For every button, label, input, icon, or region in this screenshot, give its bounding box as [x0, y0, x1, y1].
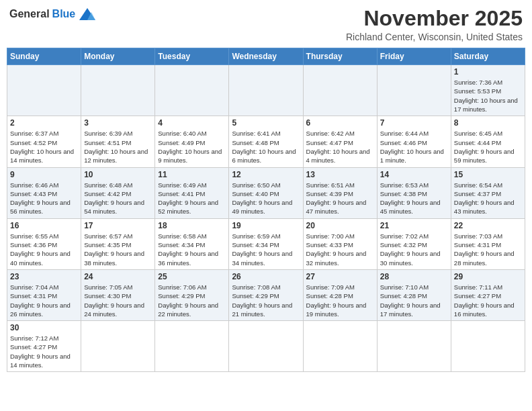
- day-info: Sunrise: 6:58 AM Sunset: 4:34 PM Dayligh…: [158, 232, 226, 267]
- day-info: Sunrise: 7:10 AM Sunset: 4:28 PM Dayligh…: [380, 283, 448, 318]
- calendar-cell: [229, 321, 303, 372]
- calendar-cell: [451, 321, 525, 372]
- day-info: Sunrise: 7:12 AM Sunset: 4:27 PM Dayligh…: [10, 334, 78, 369]
- day-number: 25: [158, 272, 226, 281]
- calendar-cell: 28Sunrise: 7:10 AM Sunset: 4:28 PM Dayli…: [377, 269, 451, 320]
- day-info: Sunrise: 6:50 AM Sunset: 4:40 PM Dayligh…: [232, 181, 300, 216]
- day-number: 23: [10, 272, 78, 281]
- day-number: 2: [10, 118, 78, 128]
- calendar-cell: 3Sunrise: 6:39 AM Sunset: 4:51 PM Daylig…: [81, 116, 155, 167]
- calendar-week-row: 2Sunrise: 6:37 AM Sunset: 4:52 PM Daylig…: [7, 116, 525, 167]
- day-info: Sunrise: 6:40 AM Sunset: 4:49 PM Dayligh…: [158, 129, 226, 165]
- day-number: 3: [84, 118, 152, 128]
- calendar-cell: 25Sunrise: 7:06 AM Sunset: 4:29 PM Dayli…: [155, 269, 229, 320]
- title-area: November 2025 Richland Center, Wisconsin…: [346, 7, 523, 42]
- day-info: Sunrise: 6:59 AM Sunset: 4:34 PM Dayligh…: [232, 232, 300, 267]
- calendar-cell: 12Sunrise: 6:50 AM Sunset: 4:40 PM Dayli…: [229, 167, 303, 218]
- calendar-week-row: 23Sunrise: 7:04 AM Sunset: 4:31 PM Dayli…: [7, 269, 525, 320]
- day-info: Sunrise: 7:06 AM Sunset: 4:29 PM Dayligh…: [158, 283, 226, 318]
- calendar-cell: [303, 321, 377, 372]
- day-number: 16: [10, 221, 78, 230]
- calendar-cell: 1Sunrise: 7:36 AM Sunset: 5:53 PM Daylig…: [451, 65, 525, 116]
- day-number: 5: [232, 118, 300, 128]
- day-number: 21: [380, 221, 448, 230]
- weekday-header: Sunday: [7, 48, 81, 65]
- calendar-cell: 15Sunrise: 6:54 AM Sunset: 4:37 PM Dayli…: [451, 167, 525, 218]
- calendar-cell: 27Sunrise: 7:09 AM Sunset: 4:28 PM Dayli…: [303, 269, 377, 320]
- logo-icon: [78, 7, 97, 21]
- day-number: 27: [306, 272, 374, 281]
- calendar-cell: [377, 321, 451, 372]
- day-number: 28: [380, 272, 448, 281]
- calendar-cell: 22Sunrise: 7:03 AM Sunset: 4:31 PM Dayli…: [451, 218, 525, 269]
- weekday-header: Monday: [81, 48, 155, 65]
- location-subtitle: Richland Center, Wisconsin, United State…: [346, 32, 523, 42]
- day-info: Sunrise: 6:44 AM Sunset: 4:46 PM Dayligh…: [380, 129, 448, 165]
- day-info: Sunrise: 6:46 AM Sunset: 4:43 PM Dayligh…: [10, 181, 78, 216]
- day-number: 14: [380, 170, 448, 179]
- calendar-cell: 18Sunrise: 6:58 AM Sunset: 4:34 PM Dayli…: [155, 218, 229, 269]
- weekday-header-row: SundayMondayTuesdayWednesdayThursdayFrid…: [7, 48, 525, 65]
- calendar-cell: [155, 321, 229, 372]
- calendar-week-row: 16Sunrise: 6:55 AM Sunset: 4:36 PM Dayli…: [7, 218, 525, 269]
- day-info: Sunrise: 7:08 AM Sunset: 4:29 PM Dayligh…: [232, 283, 300, 318]
- calendar-cell: 8Sunrise: 6:45 AM Sunset: 4:44 PM Daylig…: [451, 116, 525, 167]
- calendar-cell: 4Sunrise: 6:40 AM Sunset: 4:49 PM Daylig…: [155, 116, 229, 167]
- day-number: 10: [84, 170, 152, 179]
- calendar-cell: 7Sunrise: 6:44 AM Sunset: 4:46 PM Daylig…: [377, 116, 451, 167]
- calendar-cell: 10Sunrise: 6:48 AM Sunset: 4:42 PM Dayli…: [81, 167, 155, 218]
- calendar-week-row: 9Sunrise: 6:46 AM Sunset: 4:43 PM Daylig…: [7, 167, 525, 218]
- weekday-header: Thursday: [303, 48, 377, 65]
- day-info: Sunrise: 6:49 AM Sunset: 4:41 PM Dayligh…: [158, 181, 226, 216]
- calendar-cell: [377, 65, 451, 116]
- day-number: 26: [232, 272, 300, 281]
- day-info: Sunrise: 7:04 AM Sunset: 4:31 PM Dayligh…: [10, 283, 78, 318]
- calendar-cell: 9Sunrise: 6:46 AM Sunset: 4:43 PM Daylig…: [7, 167, 81, 218]
- day-info: Sunrise: 7:05 AM Sunset: 4:30 PM Dayligh…: [84, 283, 152, 318]
- weekday-header: Friday: [377, 48, 451, 65]
- calendar-cell: [303, 65, 377, 116]
- day-number: 12: [232, 170, 300, 179]
- day-number: 11: [158, 170, 226, 179]
- day-number: 1: [454, 67, 522, 77]
- calendar-cell: 11Sunrise: 6:49 AM Sunset: 4:41 PM Dayli…: [155, 167, 229, 218]
- weekday-header: Saturday: [451, 48, 525, 65]
- calendar-cell: 2Sunrise: 6:37 AM Sunset: 4:52 PM Daylig…: [7, 116, 81, 167]
- day-info: Sunrise: 6:55 AM Sunset: 4:36 PM Dayligh…: [10, 232, 78, 267]
- day-info: Sunrise: 7:03 AM Sunset: 4:31 PM Dayligh…: [454, 232, 522, 267]
- day-info: Sunrise: 7:00 AM Sunset: 4:33 PM Dayligh…: [306, 232, 374, 267]
- weekday-header: Tuesday: [155, 48, 229, 65]
- day-info: Sunrise: 7:09 AM Sunset: 4:28 PM Dayligh…: [306, 283, 374, 318]
- day-info: Sunrise: 6:39 AM Sunset: 4:51 PM Dayligh…: [84, 129, 152, 165]
- calendar-cell: 20Sunrise: 7:00 AM Sunset: 4:33 PM Dayli…: [303, 218, 377, 269]
- calendar-week-row: 30Sunrise: 7:12 AM Sunset: 4:27 PM Dayli…: [7, 321, 525, 372]
- calendar-cell: [7, 65, 81, 116]
- calendar-cell: 13Sunrise: 6:51 AM Sunset: 4:39 PM Dayli…: [303, 167, 377, 218]
- day-info: Sunrise: 6:57 AM Sunset: 4:35 PM Dayligh…: [84, 232, 152, 267]
- calendar-cell: 6Sunrise: 6:42 AM Sunset: 4:47 PM Daylig…: [303, 116, 377, 167]
- day-number: 15: [454, 170, 522, 179]
- day-info: Sunrise: 7:02 AM Sunset: 4:32 PM Dayligh…: [380, 232, 448, 267]
- day-info: Sunrise: 6:41 AM Sunset: 4:48 PM Dayligh…: [232, 129, 300, 165]
- day-number: 7: [380, 118, 448, 128]
- day-number: 24: [84, 272, 152, 281]
- day-number: 18: [158, 221, 226, 230]
- calendar-cell: 17Sunrise: 6:57 AM Sunset: 4:35 PM Dayli…: [81, 218, 155, 269]
- calendar-cell: 30Sunrise: 7:12 AM Sunset: 4:27 PM Dayli…: [7, 321, 81, 372]
- day-number: 30: [10, 323, 78, 332]
- day-number: 19: [232, 221, 300, 230]
- day-info: Sunrise: 6:42 AM Sunset: 4:47 PM Dayligh…: [306, 129, 374, 165]
- day-number: 20: [306, 221, 374, 230]
- calendar-cell: [81, 321, 155, 372]
- day-info: Sunrise: 7:11 AM Sunset: 4:27 PM Dayligh…: [454, 283, 522, 318]
- calendar-cell: 21Sunrise: 7:02 AM Sunset: 4:32 PM Dayli…: [377, 218, 451, 269]
- day-number: 17: [84, 221, 152, 230]
- calendar-cell: 14Sunrise: 6:53 AM Sunset: 4:38 PM Dayli…: [377, 167, 451, 218]
- calendar-week-row: 1Sunrise: 7:36 AM Sunset: 5:53 PM Daylig…: [7, 65, 525, 116]
- day-number: 22: [454, 221, 522, 230]
- month-title: November 2025: [346, 7, 523, 30]
- logo-area: General Blue: [9, 7, 97, 21]
- day-info: Sunrise: 6:45 AM Sunset: 4:44 PM Dayligh…: [454, 129, 522, 165]
- logo-blue: Blue: [52, 8, 76, 20]
- logo-general: General: [9, 8, 50, 20]
